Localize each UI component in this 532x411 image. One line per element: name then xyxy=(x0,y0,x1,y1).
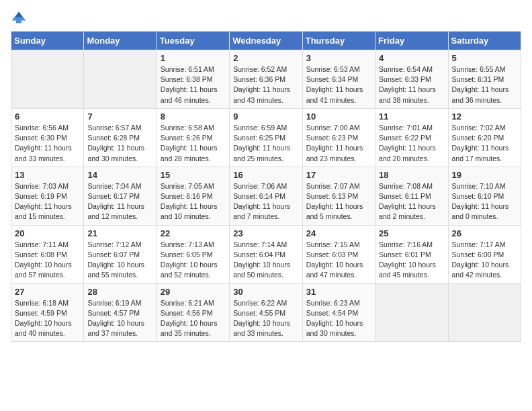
day-info: Sunrise: 6:21 AM Sunset: 4:56 PM Dayligh… xyxy=(161,298,226,339)
sunrise-label: Sunrise: 7:11 AM xyxy=(15,240,69,248)
sunrise-label: Sunrise: 7:04 AM xyxy=(87,182,141,190)
daylight-label: Daylight: 11 hours and 46 minutes. xyxy=(161,85,218,103)
day-number: 26 xyxy=(452,228,517,238)
day-number: 20 xyxy=(15,228,80,238)
calendar-cell: 28 Sunrise: 6:19 AM Sunset: 4:57 PM Dayl… xyxy=(84,283,157,342)
day-header-saturday: Saturday xyxy=(448,32,521,50)
day-number: 19 xyxy=(452,170,517,180)
day-info: Sunrise: 7:00 AM Sunset: 6:23 PM Dayligh… xyxy=(306,123,371,164)
day-number: 12 xyxy=(452,111,517,122)
calendar-cell: 6 Sunrise: 6:56 AM Sunset: 6:30 PM Dayli… xyxy=(11,108,84,167)
day-info: Sunrise: 7:14 AM Sunset: 6:04 PM Dayligh… xyxy=(233,240,298,281)
day-info: Sunrise: 6:22 AM Sunset: 4:55 PM Dayligh… xyxy=(233,298,298,339)
calendar-week-row: 1 Sunrise: 6:51 AM Sunset: 6:38 PM Dayli… xyxy=(11,50,521,109)
calendar-cell: 4 Sunrise: 6:54 AM Sunset: 6:33 PM Dayli… xyxy=(375,50,448,109)
calendar-cell xyxy=(448,283,521,342)
sunrise-label: Sunrise: 7:05 AM xyxy=(161,182,214,190)
calendar-cell: 5 Sunrise: 6:55 AM Sunset: 6:31 PM Dayli… xyxy=(448,50,521,109)
sunset-label: Sunset: 4:59 PM xyxy=(15,309,67,317)
day-info: Sunrise: 7:11 AM Sunset: 6:08 PM Dayligh… xyxy=(15,240,80,281)
day-info: Sunrise: 6:57 AM Sunset: 6:28 PM Dayligh… xyxy=(87,123,152,164)
day-header-tuesday: Tuesday xyxy=(157,32,229,50)
day-info: Sunrise: 7:16 AM Sunset: 6:01 PM Dayligh… xyxy=(379,240,444,281)
calendar-cell: 12 Sunrise: 7:02 AM Sunset: 6:20 PM Dayl… xyxy=(448,108,521,167)
daylight-label: Daylight: 11 hours and 25 minutes. xyxy=(233,144,290,162)
sunset-label: Sunset: 6:36 PM xyxy=(233,75,285,83)
calendar-header-row: SundayMondayTuesdayWednesdayThursdayFrid… xyxy=(11,32,521,50)
daylight-label: Daylight: 10 hours and 37 minutes. xyxy=(87,319,144,337)
calendar-cell: 15 Sunrise: 7:05 AM Sunset: 6:16 PM Dayl… xyxy=(157,167,229,225)
day-header-sunday: Sunday xyxy=(11,32,84,50)
sunset-label: Sunset: 4:54 PM xyxy=(306,309,359,317)
daylight-label: Daylight: 11 hours and 43 minutes. xyxy=(233,85,290,103)
day-info: Sunrise: 6:53 AM Sunset: 6:34 PM Dayligh… xyxy=(306,64,371,105)
day-info: Sunrise: 7:13 AM Sunset: 6:05 PM Dayligh… xyxy=(161,240,226,281)
daylight-label: Daylight: 10 hours and 40 minutes. xyxy=(15,319,72,337)
daylight-label: Daylight: 10 hours and 47 minutes. xyxy=(306,261,363,279)
day-info: Sunrise: 7:10 AM Sunset: 6:10 PM Dayligh… xyxy=(452,181,517,222)
sunrise-label: Sunrise: 7:08 AM xyxy=(379,182,433,190)
day-number: 9 xyxy=(233,111,298,122)
logo-icon xyxy=(11,11,27,24)
sunrise-label: Sunrise: 7:14 AM xyxy=(233,240,287,248)
sunrise-label: Sunrise: 6:53 AM xyxy=(306,65,360,73)
sunrise-label: Sunrise: 7:03 AM xyxy=(15,182,69,190)
day-number: 27 xyxy=(15,287,80,297)
daylight-label: Daylight: 10 hours and 50 minutes. xyxy=(233,261,290,279)
calendar-week-row: 6 Sunrise: 6:56 AM Sunset: 6:30 PM Dayli… xyxy=(11,108,521,167)
sunset-label: Sunset: 6:08 PM xyxy=(15,250,67,259)
day-info: Sunrise: 7:17 AM Sunset: 6:00 PM Dayligh… xyxy=(452,240,517,281)
logo xyxy=(11,11,30,24)
day-number: 16 xyxy=(233,170,298,180)
calendar-cell: 25 Sunrise: 7:16 AM Sunset: 6:01 PM Dayl… xyxy=(375,225,448,283)
day-number: 22 xyxy=(161,228,226,238)
sunrise-label: Sunrise: 6:57 AM xyxy=(87,124,141,132)
calendar-cell: 13 Sunrise: 7:03 AM Sunset: 6:19 PM Dayl… xyxy=(11,167,84,225)
daylight-label: Daylight: 11 hours and 10 minutes. xyxy=(161,202,218,220)
sunset-label: Sunset: 6:17 PM xyxy=(87,192,140,200)
sunset-label: Sunset: 6:10 PM xyxy=(452,192,504,200)
sunrise-label: Sunrise: 6:59 AM xyxy=(233,124,287,132)
calendar-cell: 30 Sunrise: 6:22 AM Sunset: 4:55 PM Dayl… xyxy=(230,283,302,342)
sunrise-label: Sunrise: 7:12 AM xyxy=(87,240,141,248)
day-info: Sunrise: 7:06 AM Sunset: 6:14 PM Dayligh… xyxy=(233,181,298,222)
day-header-friday: Friday xyxy=(375,32,448,50)
calendar-cell: 17 Sunrise: 7:07 AM Sunset: 6:13 PM Dayl… xyxy=(302,167,375,225)
daylight-label: Daylight: 10 hours and 55 minutes. xyxy=(87,261,144,279)
day-number: 2 xyxy=(233,53,298,63)
sunrise-label: Sunrise: 7:02 AM xyxy=(452,124,506,132)
sunrise-label: Sunrise: 6:21 AM xyxy=(161,299,214,307)
day-info: Sunrise: 7:08 AM Sunset: 6:11 PM Dayligh… xyxy=(379,181,444,222)
day-number: 1 xyxy=(161,53,226,63)
sunrise-label: Sunrise: 7:15 AM xyxy=(306,240,360,248)
day-info: Sunrise: 7:15 AM Sunset: 6:03 PM Dayligh… xyxy=(306,240,371,281)
day-number: 30 xyxy=(233,287,298,297)
day-number: 7 xyxy=(87,111,152,122)
day-header-thursday: Thursday xyxy=(302,32,375,50)
sunset-label: Sunset: 4:55 PM xyxy=(233,309,285,317)
day-info: Sunrise: 7:01 AM Sunset: 6:22 PM Dayligh… xyxy=(379,123,444,164)
sunrise-label: Sunrise: 7:16 AM xyxy=(379,240,433,248)
daylight-label: Daylight: 11 hours and 33 minutes. xyxy=(15,144,72,162)
day-number: 25 xyxy=(379,228,444,238)
day-number: 6 xyxy=(15,111,80,122)
day-number: 10 xyxy=(306,111,371,122)
sunrise-label: Sunrise: 6:51 AM xyxy=(161,65,214,73)
daylight-label: Daylight: 10 hours and 33 minutes. xyxy=(233,319,290,337)
calendar-week-row: 20 Sunrise: 7:11 AM Sunset: 6:08 PM Dayl… xyxy=(11,225,521,283)
sunrise-label: Sunrise: 6:55 AM xyxy=(452,65,506,73)
daylight-label: Daylight: 11 hours and 30 minutes. xyxy=(87,144,144,162)
day-info: Sunrise: 6:19 AM Sunset: 4:57 PM Dayligh… xyxy=(87,298,152,339)
day-info: Sunrise: 6:51 AM Sunset: 6:38 PM Dayligh… xyxy=(161,64,226,105)
calendar-cell: 2 Sunrise: 6:52 AM Sunset: 6:36 PM Dayli… xyxy=(230,50,302,109)
calendar-cell: 3 Sunrise: 6:53 AM Sunset: 6:34 PM Dayli… xyxy=(302,50,375,109)
day-info: Sunrise: 7:03 AM Sunset: 6:19 PM Dayligh… xyxy=(15,181,80,222)
day-info: Sunrise: 7:07 AM Sunset: 6:13 PM Dayligh… xyxy=(306,181,371,222)
day-info: Sunrise: 6:18 AM Sunset: 4:59 PM Dayligh… xyxy=(15,298,80,339)
day-info: Sunrise: 7:05 AM Sunset: 6:16 PM Dayligh… xyxy=(161,181,226,222)
sunrise-label: Sunrise: 6:58 AM xyxy=(161,124,214,132)
sunset-label: Sunset: 6:04 PM xyxy=(233,250,285,259)
sunset-label: Sunset: 6:11 PM xyxy=(379,192,431,200)
sunset-label: Sunset: 6:22 PM xyxy=(379,134,431,142)
sunset-label: Sunset: 6:28 PM xyxy=(87,134,140,142)
